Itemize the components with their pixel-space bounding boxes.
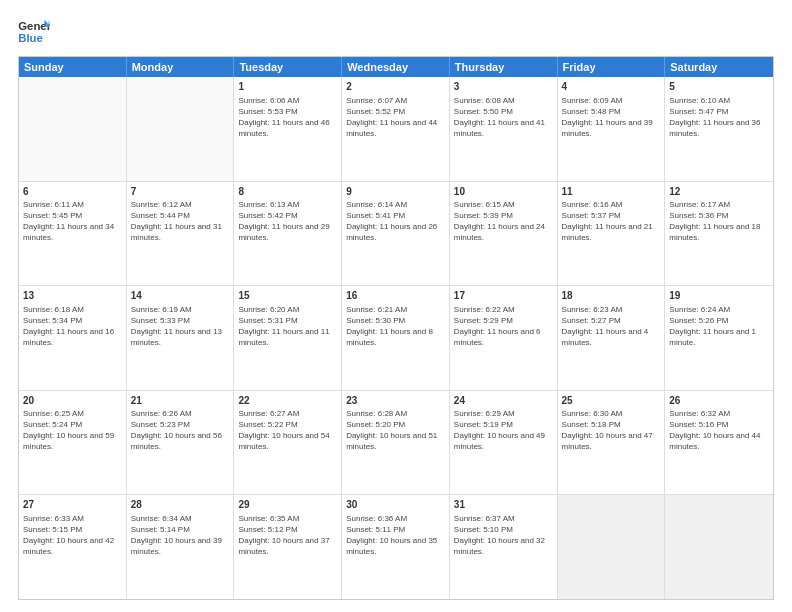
day-number: 4 <box>562 80 661 94</box>
day-number: 10 <box>454 185 553 199</box>
cal-cell: 18Sunrise: 6:23 AM Sunset: 5:27 PM Dayli… <box>558 286 666 390</box>
day-number: 18 <box>562 289 661 303</box>
day-number: 30 <box>346 498 445 512</box>
cell-info: Sunrise: 6:35 AM Sunset: 5:12 PM Dayligh… <box>238 513 337 557</box>
cal-cell: 23Sunrise: 6:28 AM Sunset: 5:20 PM Dayli… <box>342 391 450 495</box>
cell-info: Sunrise: 6:19 AM Sunset: 5:33 PM Dayligh… <box>131 304 230 348</box>
day-number: 17 <box>454 289 553 303</box>
week-row-1: 1Sunrise: 6:06 AM Sunset: 5:53 PM Daylig… <box>19 77 773 182</box>
cal-cell: 15Sunrise: 6:20 AM Sunset: 5:31 PM Dayli… <box>234 286 342 390</box>
day-number: 29 <box>238 498 337 512</box>
week-row-2: 6Sunrise: 6:11 AM Sunset: 5:45 PM Daylig… <box>19 182 773 287</box>
cell-info: Sunrise: 6:22 AM Sunset: 5:29 PM Dayligh… <box>454 304 553 348</box>
cell-info: Sunrise: 6:21 AM Sunset: 5:30 PM Dayligh… <box>346 304 445 348</box>
cal-cell: 19Sunrise: 6:24 AM Sunset: 5:26 PM Dayli… <box>665 286 773 390</box>
svg-text:Blue: Blue <box>18 32 43 44</box>
day-number: 23 <box>346 394 445 408</box>
cal-cell: 6Sunrise: 6:11 AM Sunset: 5:45 PM Daylig… <box>19 182 127 286</box>
cal-cell <box>19 77 127 181</box>
cal-cell: 2Sunrise: 6:07 AM Sunset: 5:52 PM Daylig… <box>342 77 450 181</box>
cal-cell: 10Sunrise: 6:15 AM Sunset: 5:39 PM Dayli… <box>450 182 558 286</box>
day-number: 14 <box>131 289 230 303</box>
cal-cell: 14Sunrise: 6:19 AM Sunset: 5:33 PM Dayli… <box>127 286 235 390</box>
cal-cell <box>127 77 235 181</box>
cell-info: Sunrise: 6:34 AM Sunset: 5:14 PM Dayligh… <box>131 513 230 557</box>
cell-info: Sunrise: 6:26 AM Sunset: 5:23 PM Dayligh… <box>131 408 230 452</box>
day-number: 24 <box>454 394 553 408</box>
week-row-4: 20Sunrise: 6:25 AM Sunset: 5:24 PM Dayli… <box>19 391 773 496</box>
day-number: 26 <box>669 394 769 408</box>
cal-cell: 12Sunrise: 6:17 AM Sunset: 5:36 PM Dayli… <box>665 182 773 286</box>
calendar-body: 1Sunrise: 6:06 AM Sunset: 5:53 PM Daylig… <box>19 77 773 599</box>
day-number: 12 <box>669 185 769 199</box>
cal-cell: 1Sunrise: 6:06 AM Sunset: 5:53 PM Daylig… <box>234 77 342 181</box>
day-number: 19 <box>669 289 769 303</box>
cal-cell: 21Sunrise: 6:26 AM Sunset: 5:23 PM Dayli… <box>127 391 235 495</box>
day-header-sunday: Sunday <box>19 57 127 77</box>
day-header-thursday: Thursday <box>450 57 558 77</box>
day-header-wednesday: Wednesday <box>342 57 450 77</box>
cell-info: Sunrise: 6:23 AM Sunset: 5:27 PM Dayligh… <box>562 304 661 348</box>
cal-cell: 25Sunrise: 6:30 AM Sunset: 5:18 PM Dayli… <box>558 391 666 495</box>
cell-info: Sunrise: 6:09 AM Sunset: 5:48 PM Dayligh… <box>562 95 661 139</box>
day-number: 8 <box>238 185 337 199</box>
week-row-5: 27Sunrise: 6:33 AM Sunset: 5:15 PM Dayli… <box>19 495 773 599</box>
cal-cell: 31Sunrise: 6:37 AM Sunset: 5:10 PM Dayli… <box>450 495 558 599</box>
cell-info: Sunrise: 6:24 AM Sunset: 5:26 PM Dayligh… <box>669 304 769 348</box>
calendar: SundayMondayTuesdayWednesdayThursdayFrid… <box>18 56 774 600</box>
day-number: 25 <box>562 394 661 408</box>
day-number: 21 <box>131 394 230 408</box>
cell-info: Sunrise: 6:07 AM Sunset: 5:52 PM Dayligh… <box>346 95 445 139</box>
day-number: 7 <box>131 185 230 199</box>
day-number: 9 <box>346 185 445 199</box>
header: General Blue <box>18 18 774 46</box>
day-number: 16 <box>346 289 445 303</box>
cell-info: Sunrise: 6:16 AM Sunset: 5:37 PM Dayligh… <box>562 199 661 243</box>
cell-info: Sunrise: 6:27 AM Sunset: 5:22 PM Dayligh… <box>238 408 337 452</box>
day-number: 6 <box>23 185 122 199</box>
cell-info: Sunrise: 6:18 AM Sunset: 5:34 PM Dayligh… <box>23 304 122 348</box>
day-number: 11 <box>562 185 661 199</box>
cal-cell: 7Sunrise: 6:12 AM Sunset: 5:44 PM Daylig… <box>127 182 235 286</box>
cell-info: Sunrise: 6:37 AM Sunset: 5:10 PM Dayligh… <box>454 513 553 557</box>
cal-cell <box>665 495 773 599</box>
day-header-monday: Monday <box>127 57 235 77</box>
cell-info: Sunrise: 6:20 AM Sunset: 5:31 PM Dayligh… <box>238 304 337 348</box>
cal-cell: 28Sunrise: 6:34 AM Sunset: 5:14 PM Dayli… <box>127 495 235 599</box>
day-number: 13 <box>23 289 122 303</box>
cell-info: Sunrise: 6:06 AM Sunset: 5:53 PM Dayligh… <box>238 95 337 139</box>
day-header-saturday: Saturday <box>665 57 773 77</box>
day-number: 3 <box>454 80 553 94</box>
day-number: 27 <box>23 498 122 512</box>
cal-cell: 27Sunrise: 6:33 AM Sunset: 5:15 PM Dayli… <box>19 495 127 599</box>
cal-cell: 5Sunrise: 6:10 AM Sunset: 5:47 PM Daylig… <box>665 77 773 181</box>
cell-info: Sunrise: 6:11 AM Sunset: 5:45 PM Dayligh… <box>23 199 122 243</box>
cell-info: Sunrise: 6:36 AM Sunset: 5:11 PM Dayligh… <box>346 513 445 557</box>
day-header-tuesday: Tuesday <box>234 57 342 77</box>
cal-cell: 17Sunrise: 6:22 AM Sunset: 5:29 PM Dayli… <box>450 286 558 390</box>
cal-cell: 24Sunrise: 6:29 AM Sunset: 5:19 PM Dayli… <box>450 391 558 495</box>
day-number: 1 <box>238 80 337 94</box>
cal-cell: 16Sunrise: 6:21 AM Sunset: 5:30 PM Dayli… <box>342 286 450 390</box>
cell-info: Sunrise: 6:10 AM Sunset: 5:47 PM Dayligh… <box>669 95 769 139</box>
logo: General Blue <box>18 18 50 46</box>
cal-cell: 29Sunrise: 6:35 AM Sunset: 5:12 PM Dayli… <box>234 495 342 599</box>
day-number: 28 <box>131 498 230 512</box>
cal-cell: 13Sunrise: 6:18 AM Sunset: 5:34 PM Dayli… <box>19 286 127 390</box>
cal-cell: 20Sunrise: 6:25 AM Sunset: 5:24 PM Dayli… <box>19 391 127 495</box>
calendar-header: SundayMondayTuesdayWednesdayThursdayFrid… <box>19 57 773 77</box>
cell-info: Sunrise: 6:32 AM Sunset: 5:16 PM Dayligh… <box>669 408 769 452</box>
cell-info: Sunrise: 6:25 AM Sunset: 5:24 PM Dayligh… <box>23 408 122 452</box>
day-number: 2 <box>346 80 445 94</box>
day-number: 20 <box>23 394 122 408</box>
cal-cell: 26Sunrise: 6:32 AM Sunset: 5:16 PM Dayli… <box>665 391 773 495</box>
cal-cell: 22Sunrise: 6:27 AM Sunset: 5:22 PM Dayli… <box>234 391 342 495</box>
day-number: 22 <box>238 394 337 408</box>
cell-info: Sunrise: 6:30 AM Sunset: 5:18 PM Dayligh… <box>562 408 661 452</box>
cell-info: Sunrise: 6:15 AM Sunset: 5:39 PM Dayligh… <box>454 199 553 243</box>
page: General Blue SundayMondayTuesdayWednesda… <box>0 0 792 612</box>
cal-cell: 8Sunrise: 6:13 AM Sunset: 5:42 PM Daylig… <box>234 182 342 286</box>
day-header-friday: Friday <box>558 57 666 77</box>
cal-cell: 4Sunrise: 6:09 AM Sunset: 5:48 PM Daylig… <box>558 77 666 181</box>
week-row-3: 13Sunrise: 6:18 AM Sunset: 5:34 PM Dayli… <box>19 286 773 391</box>
